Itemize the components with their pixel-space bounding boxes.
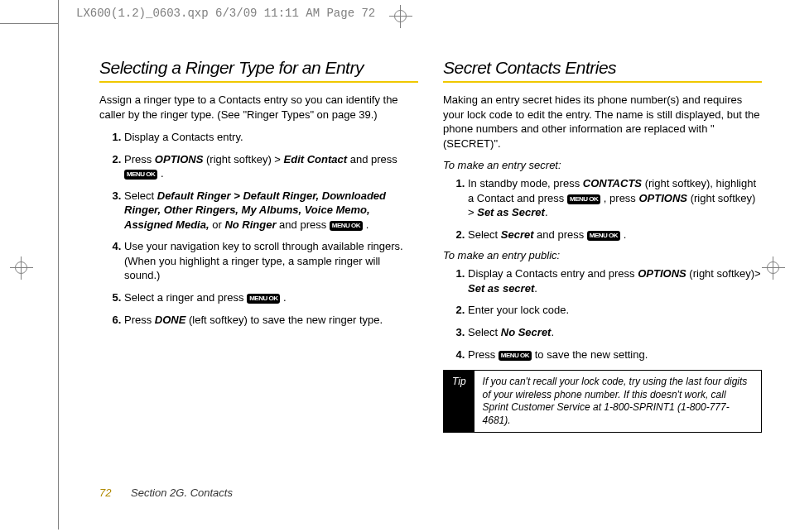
step-item: Enter your lock code. (468, 303, 762, 318)
menu-ok-key-icon: MENU OK (124, 170, 157, 180)
step-item: Press MENU OK to save the new setting. (468, 347, 762, 362)
step-item: Press OPTIONS (right softkey) > Edit Con… (124, 152, 418, 181)
menu-ok-key-icon: MENU OK (567, 194, 600, 204)
step-item: Use your navigation key to scroll throug… (124, 239, 418, 283)
heading-rule (443, 81, 762, 83)
menu-ok-key-icon: MENU OK (499, 351, 532, 361)
menu-ok-key-icon: MENU OK (247, 294, 280, 304)
section-label: Section 2G. Contacts (131, 486, 233, 499)
step-item: Press DONE (left softkey) to save the ne… (124, 313, 418, 328)
steps-list-ringer: Display a Contacts entry. Press OPTIONS … (124, 130, 418, 327)
step-item: Select Default Ringer > Default Ringer, … (124, 189, 418, 232)
subheading: To make an entry secret: (443, 159, 762, 171)
registration-mark-left (10, 256, 33, 280)
section-heading-ringer: Selecting a Ringer Type for an Entry (99, 58, 418, 78)
step-item: Select Secret and press MENU OK . (468, 228, 762, 242)
steps-list-secret-public: Display a Contacts entry and press OPTIO… (468, 266, 762, 362)
menu-ok-key-icon: MENU OK (330, 221, 363, 231)
crop-mark-h (0, 23, 58, 24)
menu-ok-key-icon: MENU OK (587, 231, 620, 241)
left-column: Selecting a Ringer Type for an Entry Ass… (99, 58, 418, 433)
tip-box: Tip If you can't recall your lock code, … (443, 370, 762, 433)
steps-list-secret-make: In standby mode, press CONTACTS (right s… (468, 176, 762, 242)
step-item: Display a Contacts entry. (124, 130, 418, 145)
registration-mark-right (762, 256, 785, 280)
intro-text: Assign a ringer type to a Contacts entry… (99, 93, 418, 122)
page-content: Selecting a Ringer Type for an Entry Ass… (99, 58, 762, 433)
registration-mark-top (389, 5, 412, 28)
page-number: 72 (99, 486, 111, 499)
heading-rule (99, 81, 418, 83)
crop-mark-v (58, 0, 59, 530)
step-item: Display a Contacts entry and press OPTIO… (468, 266, 762, 295)
intro-text: Making an entry secret hides its phone n… (443, 93, 762, 151)
right-column: Secret Contacts Entries Making an entry … (443, 58, 762, 433)
step-item: Select No Secret. (468, 325, 762, 340)
step-item: Select a ringer and press MENU OK . (124, 290, 418, 305)
page-footer: 72 Section 2G. Contacts (99, 486, 233, 499)
step-item: In standby mode, press CONTACTS (right s… (468, 176, 762, 220)
tip-text: If you can't recall your lock code, try … (474, 371, 761, 432)
subheading: To make an entry public: (443, 249, 762, 261)
prepress-header: LX600(1.2)_0603.qxp 6/3/09 11:11 AM Page… (76, 7, 375, 20)
section-heading-secret: Secret Contacts Entries (443, 58, 762, 78)
tip-label: Tip (444, 371, 474, 432)
